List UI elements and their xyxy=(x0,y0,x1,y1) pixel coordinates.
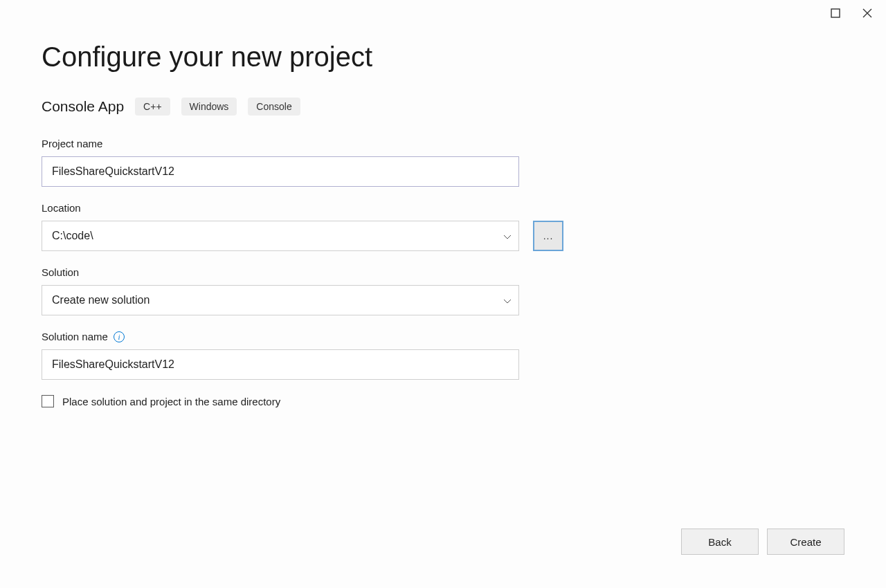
project-name-label: Project name xyxy=(42,138,844,149)
template-name: Console App xyxy=(42,98,124,115)
same-directory-checkbox[interactable] xyxy=(42,395,54,407)
solution-name-input[interactable] xyxy=(42,349,519,380)
svg-rect-0 xyxy=(831,9,840,17)
project-name-input[interactable] xyxy=(42,156,519,187)
close-icon[interactable] xyxy=(862,8,872,21)
maximize-icon[interactable] xyxy=(831,8,840,21)
tag-cpp: C++ xyxy=(135,98,170,116)
tag-windows: Windows xyxy=(181,98,237,116)
create-button[interactable]: Create xyxy=(767,529,844,555)
location-label: Location xyxy=(42,202,844,214)
solution-name-label: Solution name xyxy=(42,331,108,342)
back-button[interactable]: Back xyxy=(681,529,759,555)
browse-button[interactable]: ... xyxy=(533,221,563,251)
info-icon[interactable]: i xyxy=(114,331,125,342)
solution-label: Solution xyxy=(42,266,844,278)
template-info-row: Console App C++ Windows Console xyxy=(42,98,844,116)
page-title: Configure your new project xyxy=(42,42,844,73)
solution-dropdown[interactable] xyxy=(42,285,519,315)
tag-console: Console xyxy=(248,98,300,116)
same-directory-label: Place solution and project in the same d… xyxy=(62,396,280,407)
location-input[interactable] xyxy=(42,221,519,251)
